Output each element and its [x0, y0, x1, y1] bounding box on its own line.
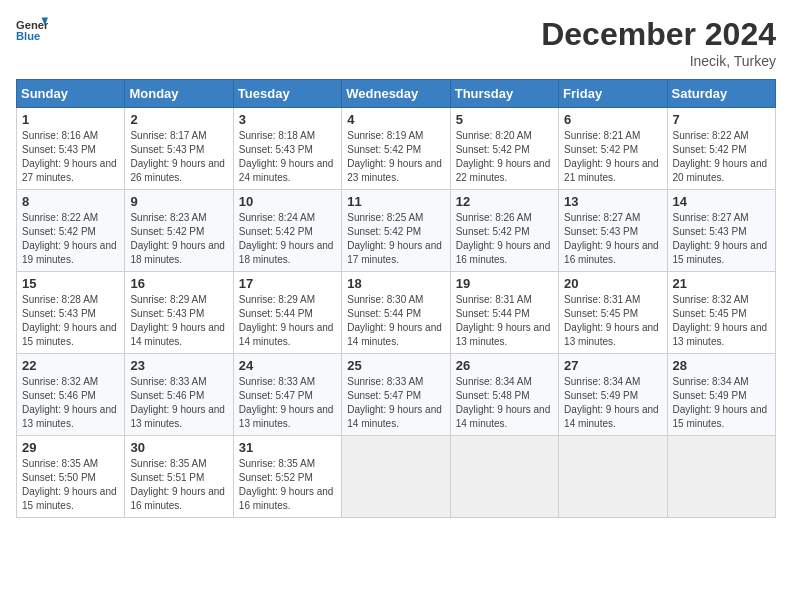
day-info: Sunrise: 8:16 AMSunset: 5:43 PMDaylight:… [22, 130, 117, 183]
logo: General Blue [16, 16, 48, 44]
day-number: 24 [239, 358, 336, 373]
day-number: 22 [22, 358, 119, 373]
day-number: 29 [22, 440, 119, 455]
day-number: 28 [673, 358, 770, 373]
weekday-header-row: SundayMondayTuesdayWednesdayThursdayFrid… [17, 80, 776, 108]
weekday-header-friday: Friday [559, 80, 667, 108]
day-number: 8 [22, 194, 119, 209]
calendar-cell: 7 Sunrise: 8:22 AMSunset: 5:42 PMDayligh… [667, 108, 775, 190]
day-number: 30 [130, 440, 227, 455]
calendar-cell: 6 Sunrise: 8:21 AMSunset: 5:42 PMDayligh… [559, 108, 667, 190]
day-number: 10 [239, 194, 336, 209]
day-info: Sunrise: 8:27 AMSunset: 5:43 PMDaylight:… [673, 212, 768, 265]
calendar-cell: 23 Sunrise: 8:33 AMSunset: 5:46 PMDaylig… [125, 354, 233, 436]
day-number: 16 [130, 276, 227, 291]
calendar-cell: 22 Sunrise: 8:32 AMSunset: 5:46 PMDaylig… [17, 354, 125, 436]
day-info: Sunrise: 8:32 AMSunset: 5:45 PMDaylight:… [673, 294, 768, 347]
day-number: 25 [347, 358, 444, 373]
day-info: Sunrise: 8:28 AMSunset: 5:43 PMDaylight:… [22, 294, 117, 347]
calendar-cell [559, 436, 667, 518]
day-number: 26 [456, 358, 553, 373]
day-number: 13 [564, 194, 661, 209]
calendar-cell: 9 Sunrise: 8:23 AMSunset: 5:42 PMDayligh… [125, 190, 233, 272]
calendar-week-row: 29 Sunrise: 8:35 AMSunset: 5:50 PMDaylig… [17, 436, 776, 518]
day-info: Sunrise: 8:17 AMSunset: 5:43 PMDaylight:… [130, 130, 225, 183]
day-info: Sunrise: 8:31 AMSunset: 5:45 PMDaylight:… [564, 294, 659, 347]
day-number: 6 [564, 112, 661, 127]
day-info: Sunrise: 8:18 AMSunset: 5:43 PMDaylight:… [239, 130, 334, 183]
calendar-cell: 2 Sunrise: 8:17 AMSunset: 5:43 PMDayligh… [125, 108, 233, 190]
day-number: 15 [22, 276, 119, 291]
calendar-cell: 11 Sunrise: 8:25 AMSunset: 5:42 PMDaylig… [342, 190, 450, 272]
calendar-cell: 29 Sunrise: 8:35 AMSunset: 5:50 PMDaylig… [17, 436, 125, 518]
calendar-cell: 25 Sunrise: 8:33 AMSunset: 5:47 PMDaylig… [342, 354, 450, 436]
calendar-cell: 17 Sunrise: 8:29 AMSunset: 5:44 PMDaylig… [233, 272, 341, 354]
calendar-cell: 10 Sunrise: 8:24 AMSunset: 5:42 PMDaylig… [233, 190, 341, 272]
day-info: Sunrise: 8:26 AMSunset: 5:42 PMDaylight:… [456, 212, 551, 265]
calendar-cell: 16 Sunrise: 8:29 AMSunset: 5:43 PMDaylig… [125, 272, 233, 354]
calendar-cell: 1 Sunrise: 8:16 AMSunset: 5:43 PMDayligh… [17, 108, 125, 190]
weekday-header-tuesday: Tuesday [233, 80, 341, 108]
calendar-table: SundayMondayTuesdayWednesdayThursdayFrid… [16, 79, 776, 518]
weekday-header-monday: Monday [125, 80, 233, 108]
day-info: Sunrise: 8:32 AMSunset: 5:46 PMDaylight:… [22, 376, 117, 429]
day-info: Sunrise: 8:31 AMSunset: 5:44 PMDaylight:… [456, 294, 551, 347]
calendar-cell: 4 Sunrise: 8:19 AMSunset: 5:42 PMDayligh… [342, 108, 450, 190]
day-number: 14 [673, 194, 770, 209]
calendar-cell: 20 Sunrise: 8:31 AMSunset: 5:45 PMDaylig… [559, 272, 667, 354]
day-number: 5 [456, 112, 553, 127]
weekday-header-wednesday: Wednesday [342, 80, 450, 108]
day-info: Sunrise: 8:22 AMSunset: 5:42 PMDaylight:… [673, 130, 768, 183]
day-info: Sunrise: 8:34 AMSunset: 5:49 PMDaylight:… [673, 376, 768, 429]
day-info: Sunrise: 8:35 AMSunset: 5:50 PMDaylight:… [22, 458, 117, 511]
calendar-cell [342, 436, 450, 518]
calendar-cell: 5 Sunrise: 8:20 AMSunset: 5:42 PMDayligh… [450, 108, 558, 190]
calendar-cell: 28 Sunrise: 8:34 AMSunset: 5:49 PMDaylig… [667, 354, 775, 436]
logo-icon: General Blue [16, 16, 48, 44]
calendar-cell: 26 Sunrise: 8:34 AMSunset: 5:48 PMDaylig… [450, 354, 558, 436]
day-number: 23 [130, 358, 227, 373]
calendar-cell: 8 Sunrise: 8:22 AMSunset: 5:42 PMDayligh… [17, 190, 125, 272]
day-number: 7 [673, 112, 770, 127]
calendar-cell: 27 Sunrise: 8:34 AMSunset: 5:49 PMDaylig… [559, 354, 667, 436]
calendar-cell: 15 Sunrise: 8:28 AMSunset: 5:43 PMDaylig… [17, 272, 125, 354]
calendar-cell: 21 Sunrise: 8:32 AMSunset: 5:45 PMDaylig… [667, 272, 775, 354]
weekday-header-thursday: Thursday [450, 80, 558, 108]
day-info: Sunrise: 8:30 AMSunset: 5:44 PMDaylight:… [347, 294, 442, 347]
day-info: Sunrise: 8:35 AMSunset: 5:52 PMDaylight:… [239, 458, 334, 511]
weekday-header-sunday: Sunday [17, 80, 125, 108]
weekday-header-saturday: Saturday [667, 80, 775, 108]
month-title: December 2024 [541, 16, 776, 53]
day-info: Sunrise: 8:27 AMSunset: 5:43 PMDaylight:… [564, 212, 659, 265]
calendar-week-row: 22 Sunrise: 8:32 AMSunset: 5:46 PMDaylig… [17, 354, 776, 436]
calendar-cell: 24 Sunrise: 8:33 AMSunset: 5:47 PMDaylig… [233, 354, 341, 436]
calendar-cell: 3 Sunrise: 8:18 AMSunset: 5:43 PMDayligh… [233, 108, 341, 190]
day-info: Sunrise: 8:29 AMSunset: 5:44 PMDaylight:… [239, 294, 334, 347]
day-number: 20 [564, 276, 661, 291]
title-area: December 2024 Inecik, Turkey [541, 16, 776, 69]
day-info: Sunrise: 8:34 AMSunset: 5:49 PMDaylight:… [564, 376, 659, 429]
calendar-cell: 13 Sunrise: 8:27 AMSunset: 5:43 PMDaylig… [559, 190, 667, 272]
day-info: Sunrise: 8:20 AMSunset: 5:42 PMDaylight:… [456, 130, 551, 183]
day-info: Sunrise: 8:33 AMSunset: 5:46 PMDaylight:… [130, 376, 225, 429]
day-number: 12 [456, 194, 553, 209]
calendar-week-row: 15 Sunrise: 8:28 AMSunset: 5:43 PMDaylig… [17, 272, 776, 354]
day-number: 18 [347, 276, 444, 291]
day-number: 21 [673, 276, 770, 291]
day-info: Sunrise: 8:34 AMSunset: 5:48 PMDaylight:… [456, 376, 551, 429]
day-number: 4 [347, 112, 444, 127]
day-number: 3 [239, 112, 336, 127]
day-number: 31 [239, 440, 336, 455]
calendar-cell [450, 436, 558, 518]
day-number: 11 [347, 194, 444, 209]
location-title: Inecik, Turkey [541, 53, 776, 69]
day-info: Sunrise: 8:21 AMSunset: 5:42 PMDaylight:… [564, 130, 659, 183]
day-info: Sunrise: 8:35 AMSunset: 5:51 PMDaylight:… [130, 458, 225, 511]
calendar-cell: 30 Sunrise: 8:35 AMSunset: 5:51 PMDaylig… [125, 436, 233, 518]
day-number: 19 [456, 276, 553, 291]
day-info: Sunrise: 8:25 AMSunset: 5:42 PMDaylight:… [347, 212, 442, 265]
calendar-cell: 19 Sunrise: 8:31 AMSunset: 5:44 PMDaylig… [450, 272, 558, 354]
day-info: Sunrise: 8:24 AMSunset: 5:42 PMDaylight:… [239, 212, 334, 265]
day-info: Sunrise: 8:19 AMSunset: 5:42 PMDaylight:… [347, 130, 442, 183]
calendar-cell: 14 Sunrise: 8:27 AMSunset: 5:43 PMDaylig… [667, 190, 775, 272]
